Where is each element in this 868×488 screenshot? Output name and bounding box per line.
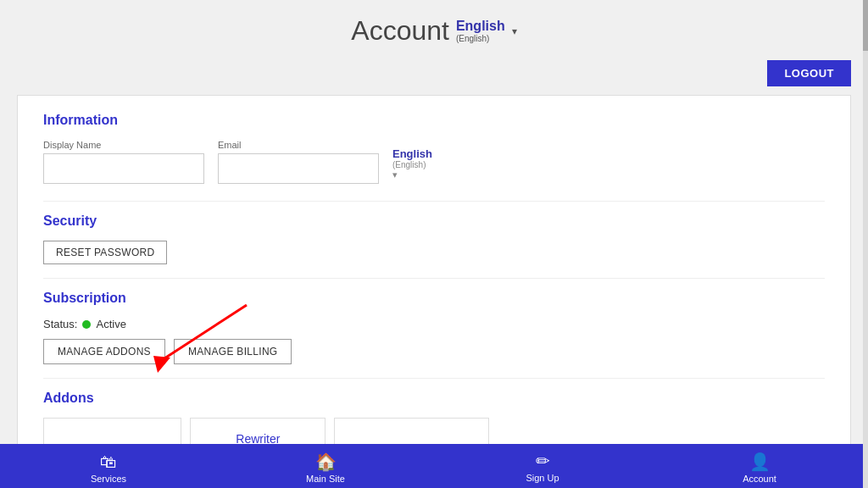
display-name-group: Display Name	[43, 140, 204, 184]
nav-sign-up[interactable]: ✏ Sign Up	[509, 451, 576, 485]
display-name-input[interactable]	[43, 153, 204, 184]
info-lang-sub: (English)	[392, 160, 426, 169]
security-section: Security RESET PASSWORD	[43, 214, 825, 264]
header-lang-main: English	[456, 19, 505, 34]
subscription-title: Subscription	[43, 291, 825, 306]
addons-title: Addons	[43, 391, 825, 406]
sign-up-label: Sign Up	[526, 473, 559, 483]
logout-button[interactable]: LOGOUT	[767, 60, 851, 86]
info-lang-arrow-icon: ▾	[392, 169, 398, 180]
manage-addons-button[interactable]: MANAGE ADDONS	[43, 339, 165, 364]
account-icon: 👤	[749, 452, 771, 472]
account-label: Account	[743, 474, 776, 484]
main-site-icon: 🏠	[315, 452, 337, 472]
language-select-group[interactable]: English (English) ▾	[392, 147, 432, 184]
nav-account[interactable]: 👤 Account	[726, 452, 793, 484]
info-lang-main: English	[392, 147, 432, 160]
status-row: Status: Active	[43, 318, 825, 330]
header-lang-arrow-icon: ▾	[512, 25, 517, 37]
bottom-nav: 🛍 Services 🏠 Main Site ✏ Sign Up 👤 Accou…	[0, 444, 868, 488]
language-dropdown-header[interactable]: English (English)	[456, 19, 505, 43]
header-lang-sub: (English)	[456, 34, 489, 43]
status-value: Active	[96, 318, 125, 330]
page-header: Account English (English) ▾	[0, 0, 868, 55]
status-dot-icon	[82, 320, 91, 329]
sign-up-icon: ✏	[536, 451, 550, 471]
main-card: Information Display Name Email English (…	[17, 95, 851, 488]
nav-services[interactable]: 🛍 Services	[75, 452, 142, 484]
email-input[interactable]	[218, 153, 379, 184]
title-text: Account	[351, 15, 449, 47]
services-label: Services	[91, 474, 126, 484]
divider-1	[43, 201, 825, 202]
security-title: Security	[43, 214, 825, 229]
display-name-label: Display Name	[43, 140, 204, 150]
logout-area: LOGOUT	[0, 55, 868, 95]
manage-billing-button[interactable]: MANAGE BILLING	[174, 339, 292, 364]
email-label: Email	[218, 140, 379, 150]
page-title: Account English (English) ▾	[351, 15, 516, 47]
nav-main-site[interactable]: 🏠 Main Site	[292, 452, 359, 484]
scrollbar-thumb[interactable]	[863, 0, 868, 51]
services-icon: 🛍	[100, 452, 117, 472]
information-title: Information	[43, 113, 825, 128]
email-group: Email	[218, 140, 379, 184]
information-section: Information Display Name Email English (…	[43, 113, 825, 184]
scrollbar[interactable]	[863, 0, 868, 488]
subscription-section: Subscription Status: Active MANAGE ADDON…	[43, 291, 825, 364]
main-site-label: Main Site	[306, 474, 345, 484]
info-fields: Display Name Email English (English) ▾	[43, 140, 825, 184]
divider-2	[43, 278, 825, 279]
subscription-buttons: MANAGE ADDONS MANAGE BILLING	[43, 339, 825, 364]
divider-3	[43, 378, 825, 379]
reset-password-button[interactable]: RESET PASSWORD	[43, 241, 167, 264]
status-label: Status:	[43, 318, 77, 330]
